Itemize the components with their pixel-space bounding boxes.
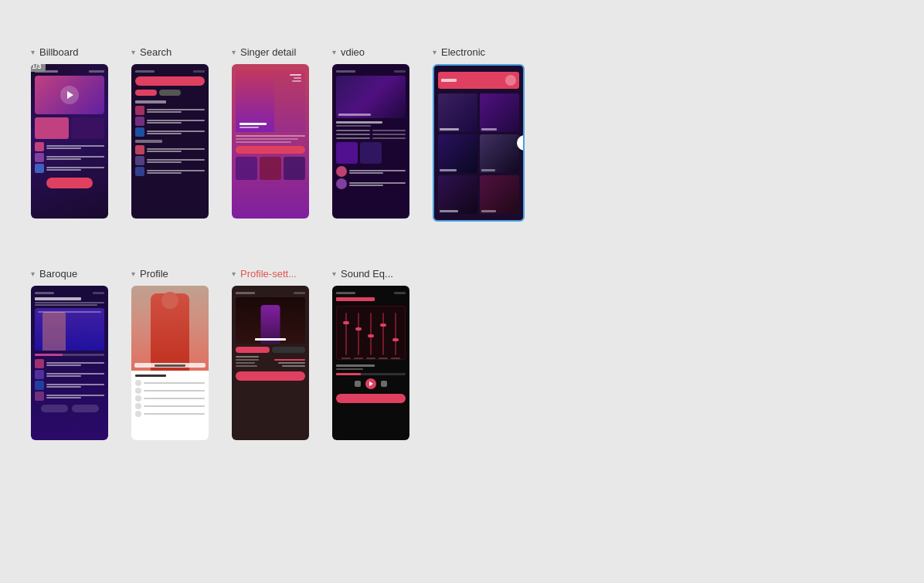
screen-profile-sett-wrapper[interactable] bbox=[232, 286, 309, 440]
row-1: ▾ Billboard 1/3 bbox=[31, 46, 893, 222]
screen-baroque bbox=[31, 286, 108, 440]
screen-vdieo-wrapper[interactable] bbox=[332, 64, 409, 219]
screen-profile bbox=[131, 286, 209, 440]
screen-baroque-wrapper[interactable] bbox=[31, 286, 108, 440]
card-title-billboard: Billboard bbox=[39, 46, 79, 58]
screen-electronic bbox=[434, 66, 523, 220]
card-label-billboard[interactable]: ▾ Billboard bbox=[31, 46, 79, 58]
chevron-icon-profile-sett: ▾ bbox=[232, 269, 236, 278]
screen-billboard bbox=[31, 64, 108, 219]
card-label-sound-eq[interactable]: ▾ Sound Eq... bbox=[332, 268, 393, 280]
card-sound-eq[interactable]: ▾ Sound Eq... bbox=[332, 268, 409, 440]
chevron-icon-baroque: ▾ bbox=[31, 269, 35, 278]
chevron-icon-billboard: ▾ bbox=[31, 48, 35, 56]
chevron-icon-profile: ▾ bbox=[131, 269, 135, 278]
card-title-profile: Profile bbox=[140, 268, 168, 280]
card-title-profile-sett: Profile-sett... bbox=[240, 268, 297, 280]
screen-billboard-wrapper[interactable]: 1/3 bbox=[31, 64, 108, 219]
gallery: ▾ Billboard 1/3 bbox=[31, 46, 893, 440]
chevron-icon-vdieo: ▾ bbox=[332, 48, 336, 56]
chevron-icon-electronic: ▾ bbox=[433, 48, 437, 56]
card-title-electronic: Electronic bbox=[441, 46, 485, 58]
screen-profile-wrapper[interactable] bbox=[131, 286, 209, 440]
card-profile-sett[interactable]: ▾ Profile-sett... bbox=[232, 268, 309, 440]
card-label-vdieo[interactable]: ▾ vdieo bbox=[332, 46, 365, 58]
screen-search-wrapper[interactable] bbox=[131, 64, 209, 219]
chevron-icon-singer: ▾ bbox=[232, 48, 236, 56]
card-label-search[interactable]: ▾ Search bbox=[131, 46, 172, 58]
card-vdieo[interactable]: ▾ vdieo bbox=[332, 46, 409, 219]
screen-sound-eq bbox=[332, 286, 409, 440]
screen-profile-sett bbox=[232, 286, 309, 440]
screen-singer-wrapper[interactable] bbox=[232, 64, 309, 219]
card-label-profile[interactable]: ▾ Profile bbox=[131, 268, 168, 280]
card-electronic[interactable]: ▾ Electronic bbox=[433, 46, 525, 222]
card-title-search: Search bbox=[140, 46, 172, 58]
screen-electronic-wrapper[interactable]: › bbox=[433, 64, 525, 222]
screen-search bbox=[131, 64, 209, 219]
screen-vdieo bbox=[332, 64, 409, 219]
card-label-singer[interactable]: ▾ Singer detail bbox=[232, 46, 296, 58]
screen-singer bbox=[232, 64, 309, 219]
card-singer-detail[interactable]: ▾ Singer detail bbox=[232, 46, 309, 219]
card-label-electronic[interactable]: ▾ Electronic bbox=[433, 46, 485, 58]
row-2: ▾ Baroque bbox=[31, 268, 893, 440]
card-profile[interactable]: ▾ Profile bbox=[131, 268, 209, 440]
card-label-profile-sett[interactable]: ▾ Profile-sett... bbox=[232, 268, 297, 280]
card-title-sound-eq: Sound Eq... bbox=[341, 268, 393, 280]
screen-sound-eq-wrapper[interactable] bbox=[332, 286, 409, 440]
card-label-baroque[interactable]: ▾ Baroque bbox=[31, 268, 77, 280]
card-billboard[interactable]: ▾ Billboard 1/3 bbox=[31, 46, 108, 219]
card-title-singer: Singer detail bbox=[240, 46, 296, 58]
card-baroque[interactable]: ▾ Baroque bbox=[31, 268, 108, 440]
chevron-icon-sound-eq: ▾ bbox=[332, 269, 336, 278]
card-title-baroque: Baroque bbox=[39, 268, 77, 280]
card-search[interactable]: ▾ Search bbox=[131, 46, 209, 219]
card-title-vdieo: vdieo bbox=[341, 46, 365, 58]
chevron-icon-search: ▾ bbox=[131, 48, 135, 56]
badge-billboard: 1/3 bbox=[31, 64, 46, 72]
